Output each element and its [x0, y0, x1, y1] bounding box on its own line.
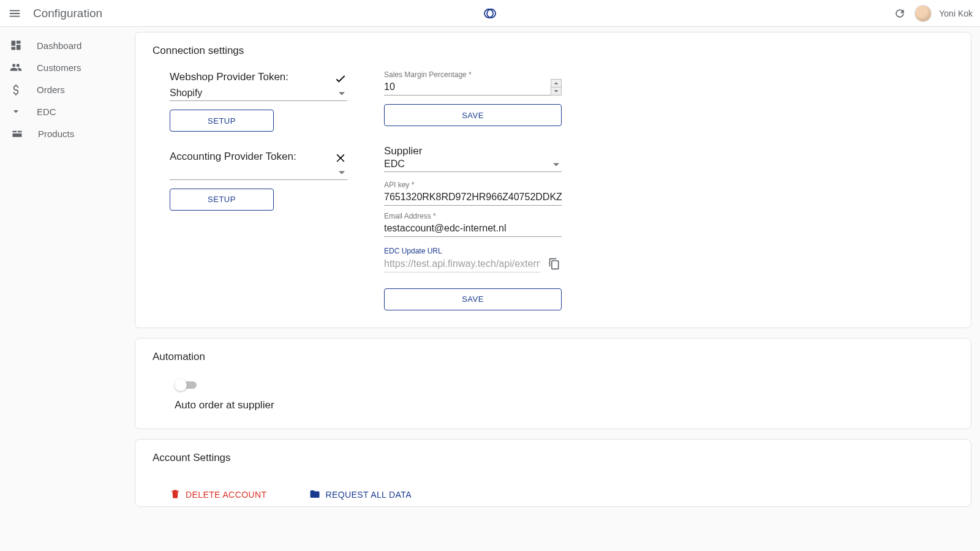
request-data-button[interactable]: REQUEST ALL DATA — [309, 489, 411, 501]
accounting-setup-button[interactable]: SETUP — [170, 189, 274, 211]
supplier-save-button[interactable]: SAVE — [384, 288, 562, 310]
margin-save-button[interactable]: SAVE — [384, 104, 562, 126]
supplier-select[interactable]: EDC — [384, 156, 562, 172]
auto-order-label: Auto order at supplier — [175, 399, 954, 411]
main-content: Connection settings Webshop Provider Tok… — [135, 27, 980, 551]
number-spinner[interactable] — [551, 79, 562, 96]
box-icon — [11, 127, 23, 140]
app-logo — [483, 6, 497, 21]
account-settings-card: Account Settings DELETE ACCOUNT REQUEST … — [135, 439, 971, 507]
chevron-down-icon — [10, 105, 22, 118]
menu-icon[interactable] — [7, 6, 22, 21]
avatar[interactable] — [914, 5, 932, 22]
delete-account-label: DELETE ACCOUNT — [186, 490, 266, 500]
sidebar-item-customers[interactable]: Customers — [0, 56, 135, 78]
folder-icon — [309, 489, 320, 501]
auto-order-switch[interactable] — [175, 379, 197, 391]
update-url-label: EDC Update URL — [384, 247, 562, 255]
accounting-token-label: Accounting Provider Token: — [170, 150, 328, 164]
update-url-input[interactable] — [384, 256, 540, 272]
margin-label: Sales Margin Percentage — [384, 70, 562, 79]
sidebar-item-label: Orders — [37, 84, 65, 95]
sidebar-item-dashboard[interactable]: Dashboard — [0, 34, 135, 56]
sidebar-item-label: Customers — [37, 62, 81, 73]
sidebar-item-label: Dashboard — [37, 40, 81, 51]
check-icon — [334, 70, 347, 85]
spinner-up-icon[interactable] — [551, 80, 561, 88]
refresh-icon[interactable] — [892, 6, 907, 21]
user-name: Yoni Kok — [939, 9, 973, 18]
delete-account-button[interactable]: DELETE ACCOUNT — [170, 489, 266, 501]
sidebar-item-edc[interactable]: EDC — [0, 100, 135, 122]
dashboard-icon — [10, 39, 22, 51]
sidebar-item-orders[interactable]: Orders — [0, 78, 135, 100]
card-title: Automation — [153, 351, 954, 363]
trash-icon — [170, 489, 181, 501]
dollar-icon — [10, 83, 22, 96]
page-title: Configuration — [33, 7, 102, 20]
close-icon — [334, 150, 347, 163]
automation-card: Automation Auto order at supplier — [135, 338, 971, 429]
card-title: Account Settings — [153, 452, 954, 464]
accounting-provider-select[interactable] — [170, 164, 347, 180]
sidebar: Dashboard Customers Orders EDC — [0, 27, 135, 551]
top-bar: Configuration Yoni Kok — [0, 0, 980, 27]
spinner-down-icon[interactable] — [551, 88, 561, 95]
webshop-token-label: Webshop Provider Token: — [170, 70, 328, 84]
people-icon — [10, 61, 22, 73]
email-label: Email Address — [384, 212, 562, 220]
sidebar-item-label: EDC — [37, 107, 56, 117]
sidebar-item-products[interactable]: Products — [0, 122, 135, 144]
api-key-label: API key — [384, 181, 562, 189]
request-data-label: REQUEST ALL DATA — [325, 490, 411, 500]
sidebar-item-label: Products — [38, 129, 74, 139]
api-key-input[interactable] — [384, 189, 562, 206]
webshop-provider-select[interactable]: Shopify — [170, 85, 347, 101]
connection-settings-card: Connection settings Webshop Provider Tok… — [135, 32, 971, 328]
webshop-setup-button[interactable]: SETUP — [170, 110, 274, 132]
email-input[interactable] — [384, 220, 562, 237]
margin-input[interactable] — [384, 79, 562, 96]
copy-icon[interactable] — [546, 255, 562, 272]
card-title: Connection settings — [153, 45, 954, 57]
